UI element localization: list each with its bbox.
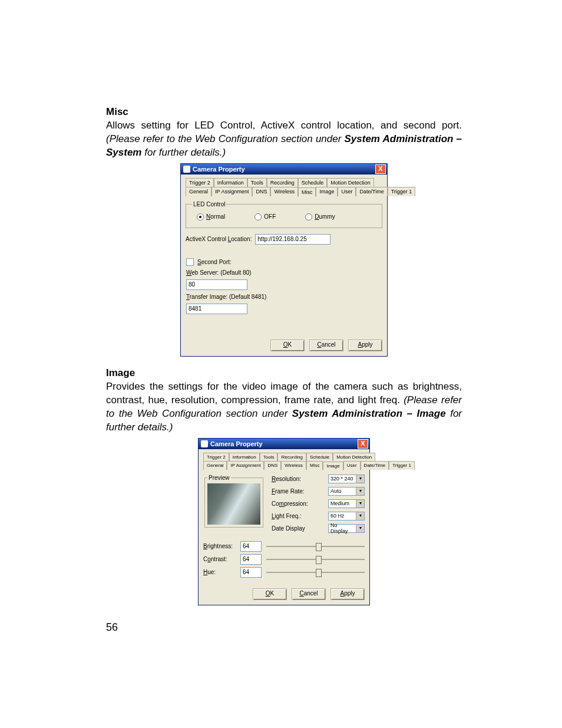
- second-port-checkbox[interactable]: [186, 258, 194, 266]
- contrast-input[interactable]: [240, 554, 262, 565]
- preview-image: [207, 483, 260, 525]
- radio-dummy[interactable]: DummyDummy: [305, 213, 335, 220]
- tab-strip: Trigger 2 Information Tools Recording Sc…: [203, 453, 365, 470]
- tab-image[interactable]: Image: [323, 462, 343, 470]
- camera-property-dialog-misc: Camera Property X Trigger 2 Information …: [180, 163, 388, 357]
- tab-information[interactable]: Information: [214, 178, 247, 187]
- misc-body-italic: (Please refer to the Web Configuration s…: [106, 133, 345, 144]
- tab-information[interactable]: Information: [229, 453, 260, 461]
- apply-button[interactable]: ApplyApply: [348, 340, 382, 351]
- tab-recording[interactable]: Recording: [277, 453, 306, 461]
- apply-button[interactable]: ApplyApply: [330, 588, 365, 600]
- tab-trigger2[interactable]: Trigger 2: [203, 453, 229, 461]
- cancel-button[interactable]: CancelCancel: [309, 340, 343, 351]
- misc-body-italic-tail: for further details.): [141, 147, 226, 158]
- tab-general[interactable]: General: [203, 461, 227, 470]
- brightness-slider[interactable]: [266, 546, 365, 547]
- datedisplay-label: Date Display: [272, 525, 305, 532]
- tab-motion-detection[interactable]: Motion Detection: [333, 453, 375, 461]
- framerate-label: Frame Rate:Frame Rate:: [272, 488, 305, 495]
- image-body-bold: System Administration – Image: [292, 408, 446, 419]
- tab-image[interactable]: Image: [316, 187, 338, 196]
- tab-datetime[interactable]: Date/Time: [361, 461, 389, 470]
- radio-off[interactable]: OFF: [254, 213, 276, 220]
- slider-thumb-icon: [316, 556, 322, 564]
- tab-ip-assignment[interactable]: IP Assignment: [227, 461, 264, 470]
- chevron-down-icon: ▾: [356, 475, 364, 483]
- preview-group: Preview: [204, 475, 263, 528]
- tab-schedule[interactable]: Schedule: [298, 178, 328, 187]
- activex-input[interactable]: [255, 234, 330, 245]
- tab-misc[interactable]: Misc: [306, 461, 323, 470]
- tab-dns[interactable]: DNS: [264, 461, 281, 470]
- tab-dns[interactable]: DNS: [252, 187, 270, 196]
- datedisplay-select[interactable]: No Display▾: [328, 524, 365, 533]
- hue-slider[interactable]: [266, 572, 365, 573]
- lightfreq-select[interactable]: 60 Hz▾: [328, 512, 365, 521]
- tab-recording[interactable]: Recording: [267, 178, 298, 187]
- ok-button[interactable]: OKOK: [270, 340, 305, 351]
- compression-label: Compression:Compression:: [272, 500, 308, 507]
- cancel-button[interactable]: CancelCancel: [292, 588, 326, 600]
- slider-thumb-icon: [316, 569, 322, 577]
- titlebar: Camera Property X: [181, 164, 387, 174]
- contrast-slider[interactable]: [266, 559, 365, 560]
- tab-ip-assignment[interactable]: IP Assignment: [211, 187, 252, 196]
- misc-body: Allows setting for LED Control, ActiveX …: [106, 119, 462, 160]
- tab-motion-detection[interactable]: Motion Detection: [327, 178, 374, 187]
- second-port-group: Second Port:Second Port: Web Server: (De…: [186, 248, 382, 325]
- tab-trigger1[interactable]: Trigger 1: [389, 461, 415, 470]
- activex-label: ActiveX Control Location:ActiveX Control…: [186, 236, 252, 242]
- chevron-down-icon: ▾: [356, 487, 364, 495]
- brightness-label: Brightness:Brightness:: [203, 543, 236, 549]
- dialog-title: Camera Property: [193, 166, 245, 173]
- hue-input[interactable]: [240, 567, 262, 578]
- tab-trigger2[interactable]: Trigger 2: [186, 178, 214, 187]
- contrast-label: Contrast:Contrast:: [203, 556, 236, 562]
- web-server-label: Web Server: (Default 80)Web Server: (Def…: [186, 269, 251, 276]
- radio-dummy-label: DummyDummy: [315, 213, 335, 220]
- slider-thumb-icon: [316, 543, 322, 551]
- compression-select[interactable]: Medium▾: [328, 499, 365, 508]
- hue-label: Hue:Hue:: [203, 569, 236, 575]
- tab-user[interactable]: User: [343, 461, 361, 470]
- tab-trigger1[interactable]: Trigger 1: [388, 187, 416, 196]
- chevron-down-icon: ▾: [356, 525, 364, 532]
- transfer-image-input[interactable]: [186, 304, 247, 314]
- tab-general[interactable]: General: [186, 187, 211, 196]
- misc-body-pre: Allows setting for LED Control, ActiveX …: [106, 120, 462, 131]
- camera-property-dialog-image: Camera Property X Trigger 2 Information …: [198, 438, 370, 605]
- radio-normal-label: NNormalormal: [206, 213, 225, 220]
- web-server-input[interactable]: [186, 279, 247, 290]
- second-port-label: Second Port:Second Port:: [197, 259, 232, 265]
- tab-misc[interactable]: Misc: [298, 187, 316, 197]
- image-heading: Image: [106, 367, 462, 379]
- page-number: 56: [106, 621, 118, 634]
- tab-datetime[interactable]: Date/Time: [356, 187, 387, 196]
- resolution-label: Resolution:Resolution:: [272, 476, 301, 482]
- radio-icon: [254, 213, 262, 220]
- tab-wireless[interactable]: Wireless: [281, 461, 306, 470]
- tab-user[interactable]: User: [338, 187, 356, 196]
- titlebar: Camera Property X: [199, 439, 369, 449]
- tab-schedule[interactable]: Schedule: [306, 453, 333, 461]
- app-icon: [183, 166, 190, 173]
- radio-icon: [197, 213, 204, 220]
- led-control-group: LED Control NNormalormal OFF DummyDummy: [186, 201, 382, 228]
- radio-off-label: OFF: [264, 213, 276, 220]
- tab-tools[interactable]: Tools: [260, 453, 278, 461]
- misc-heading: Misc: [106, 106, 462, 118]
- image-body: Provides the settings for the video imag…: [106, 380, 462, 434]
- transfer-image-label: Transfer Image: (Default 8481)Transfer I…: [186, 294, 266, 300]
- tab-tools[interactable]: Tools: [247, 178, 267, 187]
- close-button[interactable]: X: [375, 164, 386, 174]
- chevron-down-icon: ▾: [356, 500, 364, 508]
- brightness-input[interactable]: [240, 541, 262, 552]
- tab-wireless[interactable]: Wireless: [270, 187, 298, 196]
- framerate-select[interactable]: Auto▾: [328, 487, 365, 496]
- ok-button[interactable]: OKOK: [253, 588, 287, 600]
- resolution-select[interactable]: 320 * 240▾: [328, 475, 365, 483]
- radio-normal[interactable]: NNormalormal: [197, 213, 225, 220]
- close-button[interactable]: X: [358, 439, 368, 449]
- dialog-title: Camera Property: [210, 440, 263, 447]
